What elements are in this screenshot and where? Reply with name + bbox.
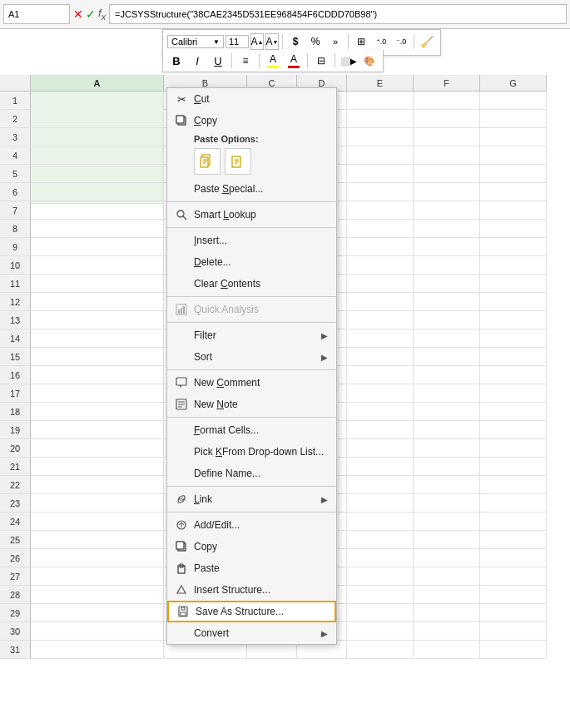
grid-cell[interactable] xyxy=(480,183,547,201)
formula-box[interactable]: =JCSYSStructure("38CAE2345D531EE968454F6… xyxy=(109,4,567,24)
grid-cell[interactable] xyxy=(414,586,480,604)
bold-button[interactable]: B xyxy=(167,52,186,70)
grid-cell[interactable] xyxy=(31,531,164,549)
grid-cell[interactable] xyxy=(31,238,164,256)
increase-decimal-button[interactable]: ⁺.0 xyxy=(372,32,390,51)
borders-button[interactable]: ⊞ xyxy=(352,32,370,51)
grid-cell[interactable] xyxy=(347,183,414,201)
grid-cell[interactable] xyxy=(31,384,164,403)
grid-cell[interactable] xyxy=(414,403,480,421)
confirm-icon[interactable]: ✓ xyxy=(86,7,96,21)
grid-cell[interactable] xyxy=(414,275,480,293)
grid-cell[interactable] xyxy=(414,146,480,165)
decrease-decimal-button[interactable]: ⁻.0 xyxy=(392,32,410,51)
grid-cell[interactable] xyxy=(480,384,547,403)
grid-cell[interactable] xyxy=(347,146,414,165)
grid-cell[interactable] xyxy=(414,494,480,513)
menu-item-insert[interactable]: Insert... xyxy=(167,230,336,251)
menu-item-define-name[interactable]: Define Name... xyxy=(167,463,336,484)
grid-cell[interactable] xyxy=(480,329,547,348)
grid-cell[interactable] xyxy=(480,348,547,366)
font-name-dropdown[interactable]: Calibri ▼ xyxy=(167,35,224,48)
grid-cell[interactable] xyxy=(480,622,547,641)
grid-cell[interactable] xyxy=(480,275,547,293)
grid-cell[interactable] xyxy=(31,256,164,275)
grid-cell[interactable] xyxy=(480,220,547,238)
menu-item-cut[interactable]: ✂ Cut xyxy=(167,88,336,110)
grid-cell[interactable] xyxy=(480,110,547,128)
grid-cell[interactable] xyxy=(414,311,480,329)
align-button[interactable]: ≡ xyxy=(236,52,255,70)
grid-cell[interactable] xyxy=(347,494,414,513)
menu-item-convert[interactable]: Convert ▶ xyxy=(167,622,336,644)
menu-item-pick-dropdown[interactable]: Pick KFrom Drop-down List... xyxy=(167,441,336,463)
grid-cell[interactable] xyxy=(347,403,414,421)
grid-cell[interactable] xyxy=(347,476,414,494)
menu-item-filter[interactable]: Filter ▶ xyxy=(167,324,336,346)
extra-button[interactable]: ⬜▶ xyxy=(340,52,358,70)
grid-cell[interactable] xyxy=(414,238,480,256)
grid-cell[interactable] xyxy=(347,513,414,531)
menu-item-new-note[interactable]: New Note xyxy=(167,394,336,415)
menu-item-insert-structure[interactable]: Insert Structure... xyxy=(167,579,336,601)
grid-cell[interactable] xyxy=(347,238,414,256)
highlight-color-button[interactable]: A xyxy=(264,52,282,70)
comma-button[interactable]: » xyxy=(326,32,344,51)
grid-cell[interactable] xyxy=(31,348,164,366)
grid-cell[interactable] xyxy=(414,92,480,110)
grid-cell[interactable] xyxy=(347,348,414,366)
menu-item-sort[interactable]: Sort ▶ xyxy=(167,346,336,368)
grid-cell[interactable] xyxy=(480,165,547,183)
grid-cell[interactable] xyxy=(480,567,547,586)
grid-cell[interactable] xyxy=(414,622,480,641)
grid-cell[interactable] xyxy=(31,293,164,311)
grid-cell[interactable] xyxy=(480,586,547,604)
function-icon[interactable]: fx xyxy=(98,7,106,22)
grid-cell[interactable] xyxy=(480,513,547,531)
grid-cell[interactable] xyxy=(480,476,547,494)
font-size-dropdown[interactable]: 11 xyxy=(226,35,249,48)
grid-cell[interactable] xyxy=(347,366,414,384)
grid-cell[interactable] xyxy=(414,128,480,146)
col-header-G[interactable]: G xyxy=(480,75,547,92)
grid-cell[interactable] xyxy=(347,604,414,622)
extra-button2[interactable]: 🎨 xyxy=(360,52,379,70)
grid-cell[interactable] xyxy=(31,128,164,146)
cancel-icon[interactable]: ✕ xyxy=(73,7,83,21)
grid-cell[interactable] xyxy=(414,641,480,659)
grid-cell[interactable] xyxy=(347,384,414,403)
grid-cell[interactable] xyxy=(480,531,547,549)
grid-cell[interactable] xyxy=(480,293,547,311)
grid-cell[interactable] xyxy=(480,403,547,421)
grid-cell[interactable] xyxy=(414,604,480,622)
menu-item-copy[interactable]: Copy xyxy=(167,110,336,131)
grid-cell[interactable] xyxy=(414,439,480,458)
grid-cell[interactable] xyxy=(480,311,547,329)
italic-button[interactable]: I xyxy=(188,52,206,70)
grid-cell[interactable] xyxy=(31,146,164,165)
grid-cell[interactable] xyxy=(480,458,547,476)
grid-cell[interactable] xyxy=(347,567,414,586)
menu-item-delete[interactable]: Delete... xyxy=(167,251,336,273)
grid-cell[interactable] xyxy=(31,275,164,293)
grid-cell[interactable] xyxy=(480,439,547,458)
grid-cell[interactable] xyxy=(480,641,547,659)
menu-item-new-comment[interactable]: New Comment xyxy=(167,372,336,394)
font-color-button[interactable]: A xyxy=(285,52,303,70)
grid-cell[interactable] xyxy=(31,220,164,238)
grid-cell[interactable] xyxy=(31,604,164,622)
grid-cell[interactable] xyxy=(480,494,547,513)
grid-cell[interactable] xyxy=(414,384,480,403)
clear-button[interactable]: 🧹 xyxy=(418,32,436,51)
grid-cell[interactable] xyxy=(480,92,547,110)
cell-reference[interactable]: A1 xyxy=(3,4,70,24)
grid-cell[interactable] xyxy=(347,201,414,220)
grid-cell[interactable] xyxy=(31,403,164,421)
grid-cell[interactable] xyxy=(347,531,414,549)
grid-cell[interactable] xyxy=(347,293,414,311)
grid-cell[interactable] xyxy=(347,439,414,458)
grid-cell[interactable] xyxy=(414,183,480,201)
grid-cell[interactable] xyxy=(31,476,164,494)
grid-cell[interactable] xyxy=(347,329,414,348)
menu-item-copy2[interactable]: Copy xyxy=(167,536,336,557)
